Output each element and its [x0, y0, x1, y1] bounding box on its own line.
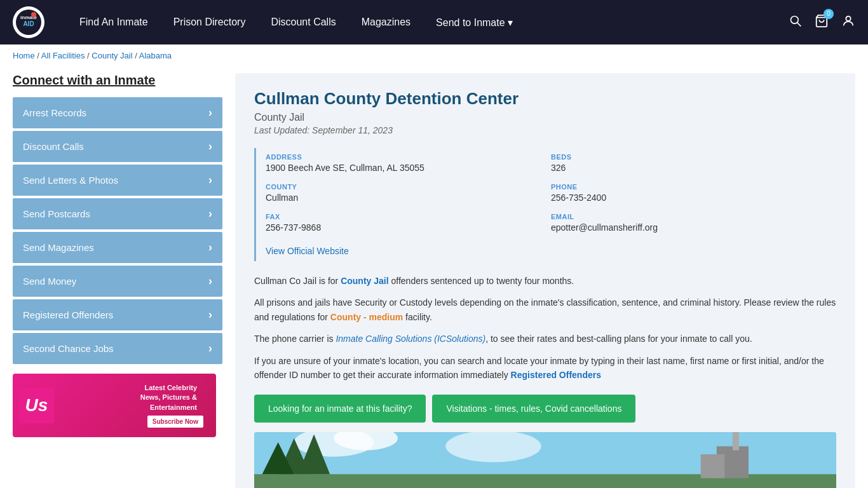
svg-point-7 [846, 16, 850, 20]
phone-label: PHONE [551, 183, 830, 191]
sidebar-item-label: Send Postcards [23, 208, 90, 219]
sidebar-item-label: Discount Calls [23, 141, 84, 152]
sidebar-item-registered-offenders[interactable]: Registered Offenders › [13, 299, 222, 330]
action-buttons: Looking for an inmate at this facility? … [254, 395, 836, 423]
arrow-icon: › [208, 207, 212, 220]
facility-description: Cullman Co Jail is for County Jail offen… [254, 274, 836, 382]
sidebar-item-second-chance-jobs[interactable]: Second Chance Jobs › [13, 333, 222, 364]
svg-point-4 [791, 16, 799, 24]
county-block: COUNTY Cullman [266, 178, 551, 208]
arrow-icon: › [208, 342, 212, 355]
desc-p3: The phone carrier is Inmate Calling Solu… [254, 332, 836, 346]
beds-block: BEDS 326 [551, 148, 836, 178]
breadcrumb-all-facilities[interactable]: All Facilities [41, 51, 85, 60]
ad-text: Latest CelebrityNews, Pictures &Entertai… [60, 383, 203, 412]
breadcrumb: Home / All Facilities / County Jail / Al… [0, 44, 868, 67]
arrow-icon: › [208, 173, 212, 187]
sidebar-title: Connect with an Inmate [13, 73, 222, 88]
cart-badge: 0 [824, 9, 834, 19]
email-label: EMAIL [551, 213, 830, 220]
ad-subscribe-button[interactable]: Subscribe Now [147, 416, 203, 428]
email-value: epotter@cullmansheriff.org [551, 222, 830, 233]
sidebar-item-send-magazines[interactable]: Send Magazines › [13, 232, 222, 263]
email-block: EMAIL epotter@cullmansheriff.org [551, 208, 836, 238]
breadcrumb-county-jail[interactable]: County Jail [92, 51, 132, 60]
sidebar-item-send-letters-photos[interactable]: Send Letters & Photos › [13, 165, 222, 196]
sidebar-item-label: Registered Offenders [23, 309, 113, 320]
sidebar-menu: Arrest Records › Discount Calls › Send L… [13, 97, 222, 364]
site-header: inmate AID Find An Inmate Prison Directo… [0, 0, 868, 44]
view-website-link[interactable]: View Official Website [266, 246, 349, 256]
search-icon[interactable] [789, 15, 802, 30]
nav-magazines[interactable]: Magazines [362, 17, 410, 28]
user-icon[interactable] [841, 14, 855, 31]
desc-p2: All prisons and jails have Security or C… [254, 295, 836, 324]
breadcrumb-state[interactable]: Alabama [139, 51, 172, 60]
desc-p4: If you are unsure of your inmate's locat… [254, 354, 836, 383]
sidebar-item-label: Arrest Records [23, 107, 86, 118]
svg-rect-18 [701, 454, 725, 478]
sidebar: Connect with an Inmate Arrest Records › … [13, 73, 222, 488]
breadcrumb-home[interactable]: Home [13, 51, 35, 60]
sidebar-item-label: Send Letters & Photos [23, 175, 118, 186]
svg-rect-17 [733, 432, 739, 451]
beds-label: BEDS [551, 153, 830, 161]
svg-point-3 [31, 12, 36, 17]
main-content: Cullman County Detention Center County J… [235, 73, 855, 488]
desc-p1: Cullman Co Jail is for County Jail offen… [254, 274, 836, 288]
fax-block: FAX 256-737-9868 [266, 208, 551, 238]
sidebar-item-label: Send Magazines [23, 242, 94, 253]
facility-updated: Last Updated: September 11, 2023 [254, 125, 836, 135]
sidebar-item-discount-calls[interactable]: Discount Calls › [13, 131, 222, 162]
county-jail-link[interactable]: County Jail [341, 276, 388, 286]
svg-line-5 [797, 22, 801, 26]
nav-find-inmate[interactable]: Find An Inmate [79, 17, 148, 28]
facility-title: Cullman County Detention Center [254, 89, 836, 109]
header-icons: 0 [789, 14, 855, 31]
phone-block: PHONE 256-735-2400 [551, 178, 836, 208]
address-label: ADDRESS [266, 153, 545, 161]
logo-icon: inmate AID [13, 6, 44, 38]
visitations-button[interactable]: Visitations - times, rules, Covid cancel… [432, 395, 635, 423]
logo[interactable]: inmate AID [13, 6, 48, 38]
ad-content: Latest CelebrityNews, Pictures &Entertai… [54, 383, 210, 428]
sidebar-item-label: Second Chance Jobs [23, 343, 114, 354]
fax-label: FAX [266, 213, 545, 220]
sidebar-item-send-postcards[interactable]: Send Postcards › [13, 198, 222, 229]
svg-rect-12 [254, 475, 836, 488]
sidebar-item-label: Send Money [23, 276, 76, 287]
main-layout: Connect with an Inmate Arrest Records › … [0, 67, 868, 488]
cart-icon[interactable]: 0 [815, 14, 829, 31]
address-block: ADDRESS 1900 Beech Ave SE, Cullman, AL 3… [266, 148, 551, 178]
facility-photo [254, 432, 836, 488]
arrow-icon: › [208, 140, 212, 153]
ics-link[interactable]: Inmate Calling Solutions (ICSolutions) [336, 334, 485, 344]
county-label: COUNTY [266, 183, 545, 191]
main-nav: Find An Inmate Prison Directory Discount… [79, 17, 770, 29]
nav-discount-calls[interactable]: Discount Calls [271, 17, 336, 28]
arrow-icon: › [208, 274, 212, 288]
website-block: View Official Website [266, 238, 836, 261]
ad-magazine-logo: Us [19, 388, 54, 423]
nav-send-to-inmate[interactable]: Send to Inmate ▾ [436, 17, 513, 29]
county-value: Cullman [266, 193, 545, 203]
address-value: 1900 Beech Ave SE, Cullman, AL 35055 [266, 163, 545, 173]
svg-text:AID: AID [23, 20, 34, 27]
looking-for-inmate-button[interactable]: Looking for an inmate at this facility? [254, 395, 426, 423]
county-medium-link[interactable]: County - medium [330, 312, 403, 322]
ad-banner: Us Latest CelebrityNews, Pictures &Enter… [13, 374, 216, 437]
registered-offenders-link[interactable]: Registered Offenders [511, 370, 601, 380]
phone-value: 256-735-2400 [551, 193, 830, 203]
facility-info-grid: ADDRESS 1900 Beech Ave SE, Cullman, AL 3… [254, 148, 836, 261]
arrow-icon: › [208, 241, 212, 254]
arrow-icon: › [208, 106, 212, 119]
fax-value: 256-737-9868 [266, 222, 545, 233]
sidebar-item-send-money[interactable]: Send Money › [13, 266, 222, 297]
facility-type: County Jail [254, 112, 836, 123]
sidebar-item-arrest-records[interactable]: Arrest Records › [13, 97, 222, 128]
arrow-icon: › [208, 308, 212, 322]
nav-prison-directory[interactable]: Prison Directory [173, 17, 246, 28]
beds-value: 326 [551, 163, 830, 173]
